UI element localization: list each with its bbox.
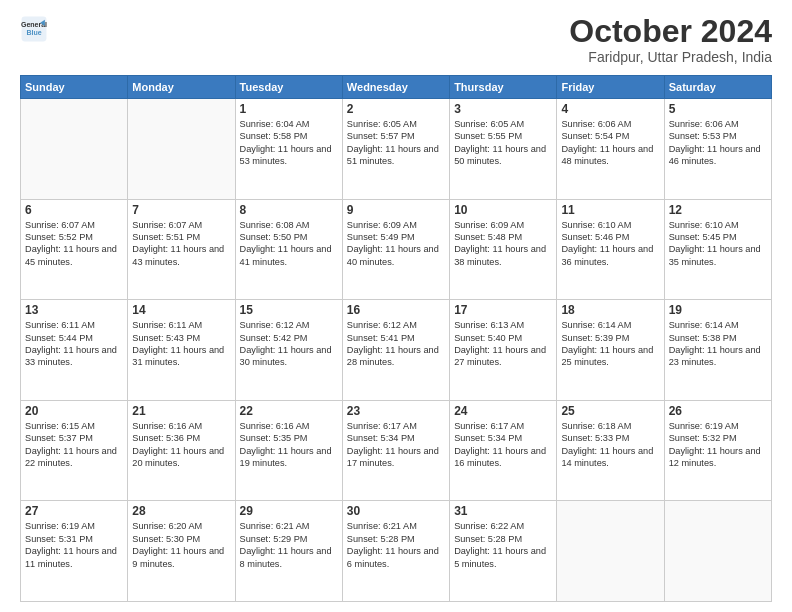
day-info: Sunrise: 6:09 AMSunset: 5:48 PMDaylight:… — [454, 219, 552, 269]
day-number: 16 — [347, 303, 445, 317]
daylight-text: Daylight: 11 hours and 33 minutes. — [25, 345, 117, 367]
sunrise-text: Sunrise: 6:05 AM — [347, 119, 417, 129]
day-info: Sunrise: 6:10 AMSunset: 5:45 PMDaylight:… — [669, 219, 767, 269]
sunset-text: Sunset: 5:50 PM — [240, 232, 308, 242]
sunset-text: Sunset: 5:58 PM — [240, 131, 308, 141]
day-number: 15 — [240, 303, 338, 317]
daylight-text: Daylight: 11 hours and 38 minutes. — [454, 244, 546, 266]
daylight-text: Daylight: 11 hours and 50 minutes. — [454, 144, 546, 166]
sunset-text: Sunset: 5:43 PM — [132, 333, 200, 343]
sunset-text: Sunset: 5:40 PM — [454, 333, 522, 343]
day-number: 12 — [669, 203, 767, 217]
daylight-text: Daylight: 11 hours and 19 minutes. — [240, 446, 332, 468]
sunrise-text: Sunrise: 6:17 AM — [347, 421, 417, 431]
table-row — [128, 99, 235, 200]
sunrise-text: Sunrise: 6:10 AM — [561, 220, 631, 230]
sunrise-text: Sunrise: 6:14 AM — [561, 320, 631, 330]
sunset-text: Sunset: 5:38 PM — [669, 333, 737, 343]
title-block: October 2024 Faridpur, Uttar Pradesh, In… — [569, 15, 772, 65]
sunset-text: Sunset: 5:51 PM — [132, 232, 200, 242]
header-thursday: Thursday — [450, 76, 557, 99]
day-number: 19 — [669, 303, 767, 317]
sunrise-text: Sunrise: 6:18 AM — [561, 421, 631, 431]
daylight-text: Daylight: 11 hours and 51 minutes. — [347, 144, 439, 166]
table-row: 3Sunrise: 6:05 AMSunset: 5:55 PMDaylight… — [450, 99, 557, 200]
day-number: 20 — [25, 404, 123, 418]
sunset-text: Sunset: 5:34 PM — [347, 433, 415, 443]
sunrise-text: Sunrise: 6:16 AM — [132, 421, 202, 431]
table-row: 17Sunrise: 6:13 AMSunset: 5:40 PMDayligh… — [450, 300, 557, 401]
day-info: Sunrise: 6:07 AMSunset: 5:52 PMDaylight:… — [25, 219, 123, 269]
sunrise-text: Sunrise: 6:12 AM — [347, 320, 417, 330]
sunrise-text: Sunrise: 6:19 AM — [669, 421, 739, 431]
sunrise-text: Sunrise: 6:21 AM — [347, 521, 417, 531]
day-info: Sunrise: 6:19 AMSunset: 5:32 PMDaylight:… — [669, 420, 767, 470]
sunset-text: Sunset: 5:57 PM — [347, 131, 415, 141]
sunrise-text: Sunrise: 6:20 AM — [132, 521, 202, 531]
sunrise-text: Sunrise: 6:14 AM — [669, 320, 739, 330]
day-number: 3 — [454, 102, 552, 116]
table-row: 27Sunrise: 6:19 AMSunset: 5:31 PMDayligh… — [21, 501, 128, 602]
daylight-text: Daylight: 11 hours and 35 minutes. — [669, 244, 761, 266]
sunset-text: Sunset: 5:35 PM — [240, 433, 308, 443]
day-number: 18 — [561, 303, 659, 317]
sunrise-text: Sunrise: 6:06 AM — [561, 119, 631, 129]
table-row: 11Sunrise: 6:10 AMSunset: 5:46 PMDayligh… — [557, 199, 664, 300]
day-number: 25 — [561, 404, 659, 418]
sunset-text: Sunset: 5:44 PM — [25, 333, 93, 343]
table-row: 8Sunrise: 6:08 AMSunset: 5:50 PMDaylight… — [235, 199, 342, 300]
day-number: 30 — [347, 504, 445, 518]
table-row — [664, 501, 771, 602]
sunset-text: Sunset: 5:37 PM — [25, 433, 93, 443]
day-info: Sunrise: 6:04 AMSunset: 5:58 PMDaylight:… — [240, 118, 338, 168]
sunrise-text: Sunrise: 6:10 AM — [669, 220, 739, 230]
day-info: Sunrise: 6:06 AMSunset: 5:53 PMDaylight:… — [669, 118, 767, 168]
sunset-text: Sunset: 5:28 PM — [454, 534, 522, 544]
sunrise-text: Sunrise: 6:07 AM — [132, 220, 202, 230]
day-number: 26 — [669, 404, 767, 418]
daylight-text: Daylight: 11 hours and 28 minutes. — [347, 345, 439, 367]
calendar-week-row: 6Sunrise: 6:07 AMSunset: 5:52 PMDaylight… — [21, 199, 772, 300]
sunset-text: Sunset: 5:45 PM — [669, 232, 737, 242]
table-row: 22Sunrise: 6:16 AMSunset: 5:35 PMDayligh… — [235, 400, 342, 501]
sunset-text: Sunset: 5:52 PM — [25, 232, 93, 242]
table-row: 30Sunrise: 6:21 AMSunset: 5:28 PMDayligh… — [342, 501, 449, 602]
sunset-text: Sunset: 5:48 PM — [454, 232, 522, 242]
daylight-text: Daylight: 11 hours and 48 minutes. — [561, 144, 653, 166]
header-monday: Monday — [128, 76, 235, 99]
calendar-week-row: 13Sunrise: 6:11 AMSunset: 5:44 PMDayligh… — [21, 300, 772, 401]
table-row: 31Sunrise: 6:22 AMSunset: 5:28 PMDayligh… — [450, 501, 557, 602]
sunrise-text: Sunrise: 6:21 AM — [240, 521, 310, 531]
sunrise-text: Sunrise: 6:12 AM — [240, 320, 310, 330]
sunrise-text: Sunrise: 6:05 AM — [454, 119, 524, 129]
header-tuesday: Tuesday — [235, 76, 342, 99]
table-row: 6Sunrise: 6:07 AMSunset: 5:52 PMDaylight… — [21, 199, 128, 300]
calendar-week-row: 1Sunrise: 6:04 AMSunset: 5:58 PMDaylight… — [21, 99, 772, 200]
day-info: Sunrise: 6:14 AMSunset: 5:39 PMDaylight:… — [561, 319, 659, 369]
daylight-text: Daylight: 11 hours and 17 minutes. — [347, 446, 439, 468]
day-info: Sunrise: 6:15 AMSunset: 5:37 PMDaylight:… — [25, 420, 123, 470]
sunset-text: Sunset: 5:54 PM — [561, 131, 629, 141]
header-wednesday: Wednesday — [342, 76, 449, 99]
table-row: 5Sunrise: 6:06 AMSunset: 5:53 PMDaylight… — [664, 99, 771, 200]
day-info: Sunrise: 6:13 AMSunset: 5:40 PMDaylight:… — [454, 319, 552, 369]
table-row: 15Sunrise: 6:12 AMSunset: 5:42 PMDayligh… — [235, 300, 342, 401]
sunrise-text: Sunrise: 6:19 AM — [25, 521, 95, 531]
daylight-text: Daylight: 11 hours and 22 minutes. — [25, 446, 117, 468]
table-row: 21Sunrise: 6:16 AMSunset: 5:36 PMDayligh… — [128, 400, 235, 501]
sunset-text: Sunset: 5:55 PM — [454, 131, 522, 141]
day-number: 22 — [240, 404, 338, 418]
day-number: 4 — [561, 102, 659, 116]
table-row: 13Sunrise: 6:11 AMSunset: 5:44 PMDayligh… — [21, 300, 128, 401]
day-number: 29 — [240, 504, 338, 518]
sunset-text: Sunset: 5:42 PM — [240, 333, 308, 343]
day-number: 6 — [25, 203, 123, 217]
day-number: 27 — [25, 504, 123, 518]
day-info: Sunrise: 6:14 AMSunset: 5:38 PMDaylight:… — [669, 319, 767, 369]
daylight-text: Daylight: 11 hours and 6 minutes. — [347, 546, 439, 568]
sunset-text: Sunset: 5:29 PM — [240, 534, 308, 544]
header-sunday: Sunday — [21, 76, 128, 99]
sunrise-text: Sunrise: 6:04 AM — [240, 119, 310, 129]
day-info: Sunrise: 6:08 AMSunset: 5:50 PMDaylight:… — [240, 219, 338, 269]
sunrise-text: Sunrise: 6:17 AM — [454, 421, 524, 431]
